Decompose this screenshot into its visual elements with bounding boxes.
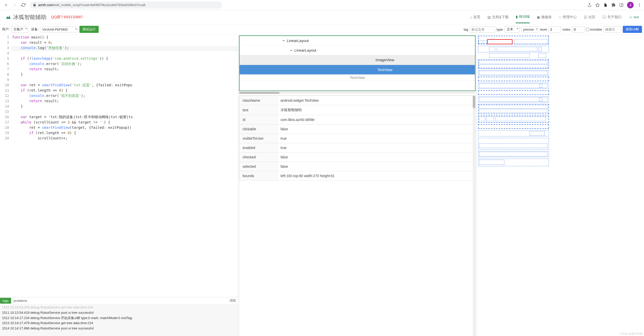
top-nav: 冰狐智能辅助 QQ群7:693133887 ⌂首页 ▤文档&下载 ▮移动端 ▣微…: [0, 10, 644, 24]
prop-key: visibleToUser: [240, 134, 277, 143]
mobile-icon: ▮: [516, 15, 518, 19]
prop-key: selected: [240, 162, 277, 171]
line-gutter: 1234567891011121314151617181920: [0, 35, 11, 297]
log-tabs: logs problems 清除: [0, 297, 238, 304]
home-icon: ⌂: [470, 15, 472, 19]
prop-value: false: [277, 124, 475, 134]
menu-icon[interactable]: [637, 3, 641, 7]
user-select[interactable]: 主账户: [11, 26, 28, 33]
tree-hscroll[interactable]: [239, 92, 476, 94]
device-select[interactable]: ViUAA6-PEFM00: [40, 27, 78, 32]
property-table[interactable]: classNameandroid.widget.TextViewtext冰狐智能…: [239, 95, 476, 336]
prop-key: id: [240, 115, 277, 124]
device-label: 设备:: [31, 27, 39, 32]
svg-rect-1: [620, 4, 623, 6]
tree-row[interactable]: ImageView: [240, 55, 475, 65]
share-icon[interactable]: [587, 3, 592, 7]
prop-key: className: [240, 96, 277, 105]
reload-button[interactable]: [20, 2, 27, 9]
type-select[interactable]: 文本: [504, 26, 520, 33]
brand-name: 冰狐智能辅助: [13, 13, 47, 21]
code-body[interactable]: function main() { var result = 0; consol…: [11, 35, 238, 297]
nav-micro[interactable]: ▣微服务: [537, 11, 552, 23]
user-label: 用户:: [2, 27, 10, 32]
invisible-checkbox[interactable]: [586, 28, 589, 31]
prop-value: 冰狐智能辅助: [277, 105, 475, 115]
root-input[interactable]: [604, 26, 621, 33]
tree-row[interactable]: −LinearLayout: [240, 46, 475, 55]
precise-select[interactable]: precise: [521, 27, 539, 32]
code-editor[interactable]: 1234567891011121314151617181920 function…: [0, 35, 238, 297]
toolbar: 用户: 主账户 设备: ViUAA6-PEFM00 调试运行 tag type …: [0, 24, 644, 35]
user-icon: ☺: [629, 15, 632, 19]
index-input[interactable]: [572, 26, 585, 33]
address-bar[interactable]: aznfz.com/edit_mobile_script?uuid=8ef3f6…: [30, 2, 222, 9]
svg-marker-0: [596, 3, 599, 7]
prop-value: false: [277, 162, 475, 171]
svg-point-3: [639, 3, 640, 4]
url-text: aznfz.com/edit_mobile_script?uuid=8ef3f6…: [38, 3, 219, 7]
log-output[interactable]: 1510 10:13:54.240 debug RobotService get…: [0, 304, 238, 336]
invisible-label: invisible: [590, 28, 602, 31]
nav-docs[interactable]: ▤文档&下载: [487, 11, 508, 23]
profile-avatar[interactable]: J: [627, 2, 634, 8]
tree-row-selected[interactable]: TextView: [240, 65, 475, 75]
nav-mobile[interactable]: ▮移动端: [516, 11, 530, 23]
prop-value: android.widget.TextView: [277, 96, 475, 105]
nav-community[interactable]: ☰社区: [584, 11, 595, 23]
tree-row[interactable]: −LinearLayout: [240, 36, 475, 46]
level-label: level: [540, 28, 547, 31]
tree-row[interactable]: TextView: [240, 75, 475, 81]
tag-input[interactable]: [470, 26, 495, 33]
prop-key: bounds: [240, 171, 277, 181]
panel-icon[interactable]: [619, 3, 624, 7]
tag-label: tag: [464, 28, 468, 31]
forward-button[interactable]: [11, 2, 18, 9]
prop-value: left:100 top:80 width:270 height:61: [277, 171, 475, 181]
index-label: index: [563, 28, 570, 31]
back-button[interactable]: [3, 2, 10, 9]
prop-value: true: [277, 134, 475, 143]
nav-admin[interactable]: ∷管理中心: [559, 11, 577, 23]
grid-icon: ∷: [559, 15, 561, 19]
prop-value: com.libra.aznfz:id/title: [277, 115, 475, 124]
svg-point-4: [639, 5, 640, 5]
prop-value: false: [277, 153, 475, 162]
browser-chrome: aznfz.com/edit_mobile_script?uuid=8ef3f6…: [0, 0, 644, 10]
extensions-icon[interactable]: [611, 3, 616, 7]
prop-key: checked: [240, 153, 277, 162]
user-name-label: test: [634, 15, 639, 19]
doc-icon: ▤: [487, 15, 491, 19]
device-preview[interactable]: [477, 35, 644, 336]
clear-logs-button[interactable]: 清除: [227, 297, 238, 304]
nav-home[interactable]: ⌂首页: [470, 11, 480, 23]
type-label: type: [497, 28, 503, 31]
brand-logo-icon: [5, 14, 12, 20]
star-icon[interactable]: [595, 3, 600, 7]
tab-logs[interactable]: logs: [0, 298, 11, 304]
collapse-icon[interactable]: −: [290, 48, 292, 52]
info-icon: ⓘ: [603, 15, 606, 19]
collapse-icon[interactable]: −: [283, 38, 285, 43]
watermark: CSDN @画中有画: [620, 332, 642, 336]
run-button[interactable]: 调试运行: [79, 26, 99, 33]
service-icon: ▣: [537, 15, 540, 19]
lock-icon: [33, 3, 36, 7]
evernote-icon[interactable]: [603, 3, 608, 7]
fetch-tree-button[interactable]: 获取UI树: [623, 26, 642, 33]
nav-about[interactable]: ⓘ关于我们: [603, 11, 621, 23]
tab-problems[interactable]: problems: [11, 298, 30, 304]
brand-group: QQ群7:693133887: [51, 15, 83, 19]
prop-value: true: [277, 143, 475, 153]
level-input[interactable]: [548, 26, 561, 33]
prop-key: text: [240, 105, 277, 115]
user-menu[interactable]: ☺ test: [629, 15, 639, 19]
svg-point-5: [639, 6, 640, 7]
chat-icon: ☰: [584, 15, 587, 19]
prop-key: enabled: [240, 143, 277, 153]
props-vscroll[interactable]: [473, 96, 475, 336]
ui-tree-pane[interactable]: −LinearLayout −LinearLayout ImageView Te…: [239, 35, 476, 91]
prop-key: clickable: [240, 124, 277, 134]
